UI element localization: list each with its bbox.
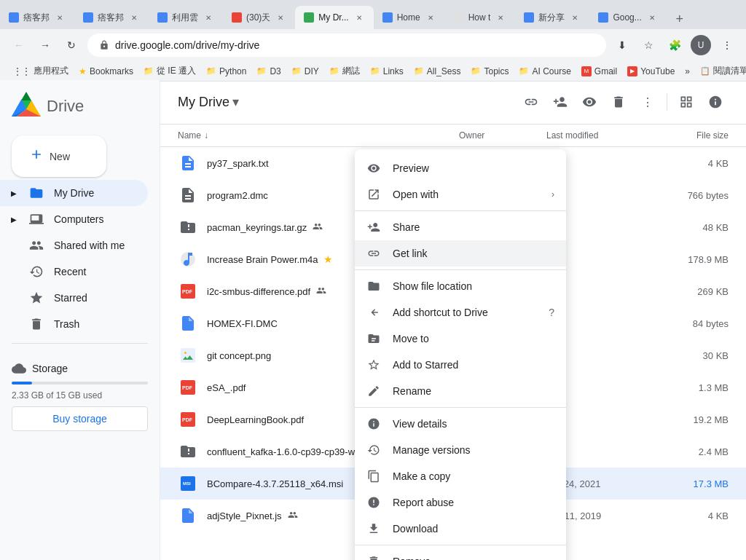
bm-aicourse[interactable]: 📁 AI Course	[514, 65, 575, 78]
menu-item-view-details[interactable]: View details	[355, 411, 566, 437]
tab-close-1[interactable]: ✕	[54, 12, 66, 23]
tab-8[interactable]: 新分享 ✕	[515, 6, 589, 29]
menu-item-rename[interactable]: Rename	[355, 378, 566, 404]
tab-4[interactable]: (30)天 ✕	[223, 6, 295, 29]
extensions-button[interactable]: 🧩	[664, 35, 685, 55]
link-icon	[524, 95, 538, 109]
column-size-header[interactable]: File size	[656, 130, 729, 141]
expand-icon-computers[interactable]: ▶	[9, 216, 19, 224]
menu-item-download[interactable]: Download	[355, 516, 566, 542]
chrome-menu-button[interactable]: ⋮	[717, 35, 737, 55]
svg-rect-9	[181, 348, 195, 363]
bm-bookmarks[interactable]: ★ Bookmarks	[74, 65, 138, 78]
tab-close-9[interactable]: ✕	[646, 12, 658, 23]
sidebar-item-recent[interactable]: Recent	[0, 259, 148, 285]
new-button[interactable]: New	[12, 135, 106, 177]
back-button[interactable]: ←	[9, 35, 29, 55]
tab-close-3[interactable]: ✕	[203, 12, 214, 23]
address-field[interactable]: drive.google.com/drive/my-drive	[87, 33, 606, 57]
show-location-menu-icon	[366, 279, 381, 293]
menu-item-open-with[interactable]: Open with ›	[355, 181, 566, 208]
tab-close-5[interactable]: ✕	[353, 12, 365, 23]
youtube-favicon: ▶	[627, 66, 637, 76]
delete-button[interactable]	[605, 89, 632, 115]
new-tab-button[interactable]: +	[670, 9, 690, 29]
menu-item-add-starred[interactable]: Add to Starred	[355, 352, 566, 378]
tab-label-5: My Dr...	[318, 12, 348, 23]
bm-readlist[interactable]: 📋 閱讀清單	[696, 63, 746, 79]
bm-ie[interactable]: 📁 從 IE 遷入	[139, 63, 200, 79]
menu-item-preview[interactable]: Preview	[355, 155, 566, 181]
bm-links-label: Links	[383, 66, 404, 76]
menu-label-rename: Rename	[393, 385, 554, 397]
bm-links[interactable]: 📁 Links	[366, 65, 408, 78]
sidebar-divider	[12, 343, 148, 344]
tab-favicon-4	[232, 12, 242, 23]
column-modified-header[interactable]: Last modified	[546, 130, 656, 141]
bm-gmail[interactable]: M Gmail	[577, 65, 621, 78]
menu-item-make-copy[interactable]: Make a copy	[355, 463, 566, 489]
remove-menu-icon	[366, 554, 381, 560]
path-dropdown-button[interactable]: ▾	[232, 94, 239, 110]
add-shortcut-menu-icon	[366, 305, 381, 320]
forward-button[interactable]: →	[35, 35, 55, 55]
tab-9[interactable]: Goog... ✕	[589, 6, 666, 29]
tab-close-8[interactable]: ✕	[569, 12, 581, 23]
bm-python[interactable]: 📁 Python	[202, 65, 251, 78]
file-size: 17.3 MB	[656, 478, 729, 489]
menu-item-show-location[interactable]: Show file location	[355, 273, 566, 299]
tab-close-7[interactable]: ✕	[495, 12, 506, 23]
column-owner-header[interactable]: Owner	[459, 130, 546, 141]
bm-more[interactable]: »	[680, 65, 694, 78]
expand-icon-my-drive[interactable]: ▶	[9, 189, 19, 197]
bm-allsess[interactable]: 📁 All_Sess	[409, 65, 466, 78]
url-text: drive.google.com/drive/my-drive	[115, 39, 259, 51]
menu-item-add-shortcut[interactable]: Add shortcut to Drive ?	[355, 299, 566, 326]
toolbar-divider	[667, 93, 667, 111]
sidebar-item-trash[interactable]: Trash	[0, 311, 148, 337]
menu-item-remove[interactable]: Remove	[355, 548, 566, 560]
bm-topics[interactable]: 📁 Topics	[466, 65, 513, 78]
profile-avatar[interactable]: U	[691, 35, 711, 55]
bookmark-star-button[interactable]: ☆	[638, 35, 659, 55]
menu-item-move-to[interactable]: Move to	[355, 326, 566, 352]
tab-7[interactable]: How t ✕	[445, 6, 516, 29]
sidebar-label-shared: Shared with me	[54, 240, 125, 251]
file-size: 84 bytes	[656, 318, 729, 329]
tab-close-6[interactable]: ✕	[425, 12, 436, 23]
bm-diy[interactable]: 📁 DIY	[287, 65, 323, 78]
menu-item-manage-versions[interactable]: Manage versions	[355, 437, 566, 463]
column-name-header[interactable]: Name ↓	[178, 130, 459, 141]
tab-close-2[interactable]: ✕	[128, 12, 140, 23]
info-button[interactable]	[702, 89, 729, 115]
report-abuse-menu-icon	[366, 495, 381, 510]
preview-button[interactable]	[576, 89, 602, 115]
menu-item-report-abuse[interactable]: Report abuse	[355, 489, 566, 516]
tab-5-active[interactable]: My Dr... ✕	[295, 6, 373, 29]
reload-button[interactable]: ↻	[61, 35, 82, 55]
bm-apps[interactable]: ⋮⋮ 應用程式	[9, 63, 73, 79]
tab-1[interactable]: 痞客邦 ✕	[0, 6, 74, 29]
file-icon-pdf: PDF	[178, 377, 198, 398]
buy-storage-button[interactable]: Buy storage	[12, 406, 148, 431]
menu-item-get-link[interactable]: Get link	[355, 240, 566, 267]
tab-close-4[interactable]: ✕	[275, 12, 286, 23]
bm-youtube[interactable]: ▶ YouTube	[623, 65, 679, 78]
sidebar-item-my-drive[interactable]: ▶ My Drive	[0, 180, 148, 206]
sidebar-item-shared[interactable]: Shared with me	[0, 232, 148, 259]
download-icon[interactable]: ⬇	[612, 35, 632, 55]
grid-view-button[interactable]	[673, 89, 699, 115]
tab-6[interactable]: Home ✕	[374, 6, 445, 29]
bm-d3[interactable]: 📁 D3	[252, 65, 285, 78]
file-size: 2.4 MB	[656, 446, 729, 457]
tab-2[interactable]: 痞客邦 ✕	[74, 6, 149, 29]
tab-3[interactable]: 利用雲 ✕	[149, 6, 223, 29]
more-options-button[interactable]: ⋮	[635, 89, 661, 115]
bm-blog[interactable]: 📁 網誌	[325, 63, 364, 79]
share-button[interactable]	[547, 89, 573, 115]
get-shareable-link-button[interactable]	[518, 89, 544, 115]
sidebar-item-computers[interactable]: ▶ Computers	[0, 206, 148, 232]
tab-label-1: 痞客邦	[23, 12, 50, 24]
sidebar-item-starred[interactable]: Starred	[0, 285, 148, 311]
menu-item-share[interactable]: Share	[355, 214, 566, 240]
